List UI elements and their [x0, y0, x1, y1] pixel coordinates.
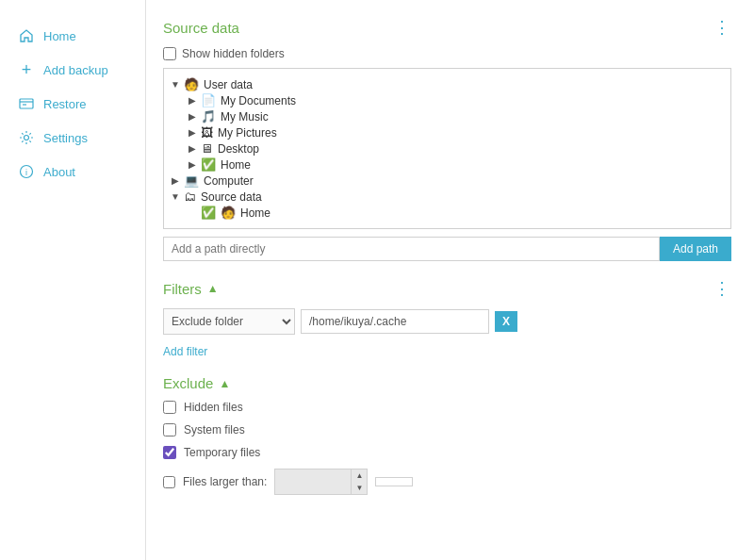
restore-icon: [19, 96, 34, 111]
temporary-files-checkbox[interactable]: [163, 446, 176, 459]
tree-item-computer[interactable]: ▶ 💻 Computer: [170, 173, 725, 189]
add-path-button[interactable]: Add path: [660, 237, 731, 261]
system-files-checkbox[interactable]: [163, 423, 176, 436]
sidebar-label-home: Home: [43, 29, 76, 43]
filter-value-input[interactable]: [301, 309, 489, 334]
home-source-icon: ✅: [201, 206, 216, 220]
tree-label-my-music: My Music: [221, 110, 269, 124]
tree-item-home-user[interactable]: ▶ ✅ Home: [187, 156, 725, 173]
my-music-icon: 🎵: [201, 109, 216, 124]
show-hidden-label: Show hidden folders: [182, 47, 285, 60]
my-pictures-icon: 🖼: [201, 125, 213, 140]
home-icon: [19, 28, 34, 43]
svg-point-3: [25, 136, 29, 140]
chevron-right-icon: ▶: [187, 159, 198, 170]
about-icon: i: [19, 164, 34, 179]
files-larger-value-input[interactable]: [275, 469, 351, 494]
source-data-menu-icon[interactable]: ⋮: [713, 17, 731, 38]
exclude-row-temporary: Temporary files: [163, 446, 731, 459]
add-path-row: Add path: [163, 237, 731, 261]
tree-children-user-data: ▶ 📄 My Documents ▶ 🎵 My Music ▶ 🖼 My Pic…: [170, 92, 725, 173]
settings-icon: [19, 130, 34, 145]
chevron-right-icon: ▶: [187, 127, 198, 138]
exclude-title: Exclude: [163, 375, 213, 391]
system-files-label: System files: [184, 423, 245, 436]
filters-collapse-icon[interactable]: ▲: [207, 282, 219, 295]
source-data-title: Source data: [163, 20, 239, 36]
show-hidden-row: Show hidden folders: [163, 47, 731, 60]
filter-remove-button[interactable]: X: [495, 311, 517, 332]
user-data-icon: 🧑: [184, 77, 199, 91]
sidebar-label-restore: Restore: [43, 97, 87, 111]
files-larger-unit[interactable]: [375, 477, 413, 486]
sidebar: Home + Add backup Restore Settings i: [0, 0, 146, 560]
tree-item-desktop[interactable]: ▶ 🖥 Desktop: [187, 140, 725, 156]
add-filter-link[interactable]: Add filter: [163, 345, 207, 358]
tree-item-my-music[interactable]: ▶ 🎵 My Music: [187, 108, 725, 124]
svg-rect-0: [20, 99, 33, 108]
sidebar-label-settings: Settings: [43, 131, 88, 145]
temporary-files-label: Temporary files: [184, 446, 260, 459]
sidebar-item-restore[interactable]: Restore: [0, 87, 145, 121]
home-source-user-icon: 🧑: [221, 206, 236, 220]
tree-item-my-pictures[interactable]: ▶ 🖼 My Pictures: [187, 124, 725, 140]
spinner-up-button[interactable]: ▲: [352, 469, 367, 482]
files-larger-label: Files larger than:: [183, 475, 267, 488]
hidden-files-checkbox[interactable]: [163, 401, 176, 414]
computer-icon: 💻: [184, 173, 199, 188]
tree-label-desktop: Desktop: [218, 142, 259, 156]
tree-item-user-data[interactable]: ▼ 🧑 User data: [170, 76, 725, 92]
chevron-right-icon: ▶: [187, 95, 198, 106]
source-data-folder-icon: 🗂: [184, 189, 196, 204]
show-hidden-checkbox[interactable]: [163, 47, 176, 60]
exclude-row-system: System files: [163, 423, 731, 436]
my-documents-icon: 📄: [201, 93, 216, 107]
filters-title: Filters: [163, 281, 202, 297]
filters-menu-icon[interactable]: ⋮: [713, 278, 731, 299]
files-larger-input-group: ▲ ▼: [274, 469, 368, 495]
sidebar-item-add-backup[interactable]: + Add backup: [0, 53, 145, 87]
files-larger-spinner: ▲ ▼: [351, 469, 367, 494]
tree-label-source-data: Source data: [201, 190, 262, 204]
sidebar-item-settings[interactable]: Settings: [0, 121, 145, 155]
chevron-right-icon: ▶: [187, 111, 198, 122]
exclude-row-hidden: Hidden files: [163, 401, 731, 414]
sidebar-label-add-backup: Add backup: [43, 63, 108, 77]
tree-children-source-data: ✅ 🧑 Home: [170, 205, 725, 221]
files-larger-row: Files larger than: ▲ ▼: [163, 469, 731, 495]
desktop-icon: 🖥: [201, 141, 213, 156]
svg-text:i: i: [25, 168, 27, 177]
tree-label-home-user: Home: [221, 158, 251, 172]
tree-label-computer: Computer: [204, 174, 254, 188]
tree-item-source-data[interactable]: ▼ 🗂 Source data: [170, 189, 725, 205]
tree-label-home-source: Home: [240, 206, 270, 220]
hidden-files-label: Hidden files: [184, 401, 243, 414]
add-path-input[interactable]: [163, 237, 660, 261]
sidebar-label-about: About: [43, 165, 75, 179]
main-content: Source data ⋮ Show hidden folders ▼ 🧑 Us…: [146, 0, 754, 560]
tree-label-my-pictures: My Pictures: [218, 126, 277, 140]
tree-item-home-source[interactable]: ✅ 🧑 Home: [187, 205, 725, 221]
spinner-down-button[interactable]: ▼: [352, 482, 367, 494]
filters-section: Filters ▲ ⋮ Exclude folder Exclude file …: [163, 278, 731, 358]
files-larger-checkbox[interactable]: [163, 476, 175, 488]
tree-label-my-documents: My Documents: [221, 94, 296, 107]
plus-icon: +: [19, 62, 34, 77]
exclude-collapse-icon[interactable]: ▲: [219, 377, 230, 390]
source-data-section: Source data ⋮ Show hidden folders ▼ 🧑 Us…: [163, 17, 731, 261]
exclude-section: Exclude ▲ Hidden files System files Temp…: [163, 375, 731, 495]
chevron-down-icon: ▼: [170, 191, 181, 202]
filter-type-select[interactable]: Exclude folder Exclude file Include fold…: [163, 308, 295, 335]
home-user-icon: ✅: [201, 157, 216, 172]
filter-row-1: Exclude folder Exclude file Include fold…: [163, 308, 731, 335]
sidebar-item-home[interactable]: Home: [0, 19, 145, 53]
chevron-right-icon: ▶: [170, 175, 181, 186]
tree-label-user-data: User data: [204, 78, 253, 91]
chevron-down-icon: ▼: [170, 79, 181, 90]
sidebar-item-about[interactable]: i About: [0, 155, 145, 189]
chevron-right-icon: ▶: [187, 143, 198, 154]
tree-item-my-documents[interactable]: ▶ 📄 My Documents: [187, 92, 725, 108]
tree-container: ▼ 🧑 User data ▶ 📄 My Documents ▶ 🎵 My Mu…: [163, 68, 731, 229]
